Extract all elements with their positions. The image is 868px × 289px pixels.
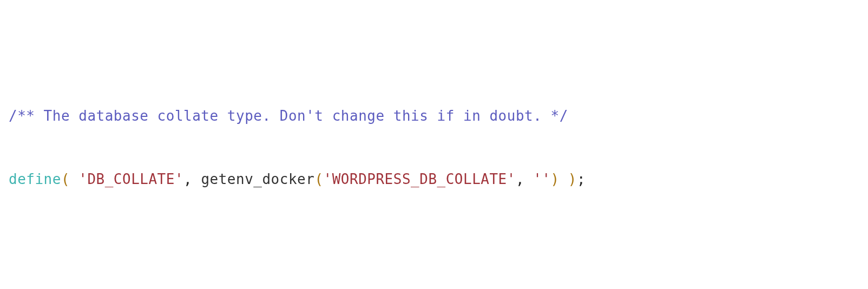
code-editor[interactable]: /** The database collate type. Don't cha…	[0, 0, 868, 289]
code-line	[9, 232, 859, 253]
paren-close: )	[551, 171, 560, 187]
paren-open: (	[314, 171, 323, 187]
keyword-define: define	[9, 171, 61, 187]
separator: ,	[183, 171, 201, 187]
function-name: getenv_docker	[201, 171, 314, 187]
comment-text: /** The database collate type. Don't cha…	[9, 108, 568, 124]
paren-close: )	[560, 171, 577, 187]
separator: ,	[516, 171, 533, 187]
paren-open: (	[61, 171, 78, 187]
code-line: /** The database collate type. Don't cha…	[9, 106, 859, 127]
string-literal: 'DB_COLLATE'	[78, 171, 183, 187]
code-line: define( 'DB_COLLATE', getenv_docker('WOR…	[9, 169, 859, 190]
semicolon: ;	[577, 171, 586, 187]
string-literal: ''	[533, 171, 550, 187]
code-line	[9, 42, 859, 63]
string-literal: 'WORDPRESS_DB_COLLATE'	[324, 171, 516, 187]
